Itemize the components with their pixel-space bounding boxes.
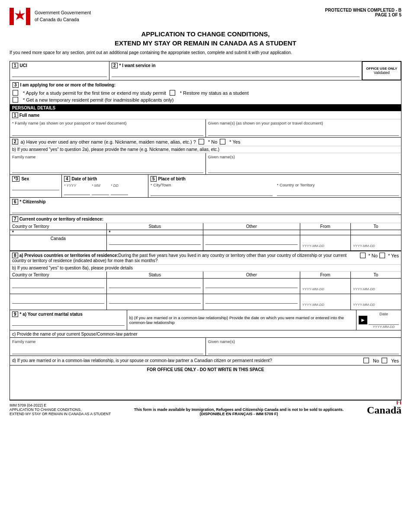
citizenship-row: 6 * Citizenship <box>10 198 401 215</box>
marital-status-section: 9 * a) Your current marital status b) (I… <box>10 310 401 400</box>
col-from-hdr: From <box>300 223 351 230</box>
prev-data-row-1: YYYY-MM-DD YYYY-MM-DD <box>10 279 401 294</box>
section3-num: 3 <box>13 82 19 88</box>
country-territory-input[interactable] <box>277 188 399 196</box>
form-container: 1 UCI 2 * I want service in OFFICE USE O… <box>10 61 401 401</box>
footer-subtitle1: APPLICATION TO CHANGE CONDITIONS, <box>10 407 111 412</box>
other-given-name-label: Given name(s) <box>208 154 399 159</box>
dob-mm-input[interactable] <box>92 188 109 195</box>
dob-yyyy-input[interactable] <box>64 188 90 195</box>
canada-flag-icon <box>10 8 30 25</box>
uci-input[interactable] <box>12 69 107 77</box>
prev-col-from: From <box>300 272 351 278</box>
prev-grid-header: Country or Territory Status Other From T… <box>10 272 401 279</box>
canada-other-input[interactable] <box>206 237 298 245</box>
prev-from-fmt-2: YYYY-MM-DD <box>302 303 348 307</box>
spouse-given-cell: Given name(s) <box>206 338 401 356</box>
citizenship-label: * Citizenship <box>20 199 46 204</box>
for-office-label: FOR OFFICE USE ONLY - DO NOT WRITE IN TH… <box>147 367 264 372</box>
col-from-label: From <box>320 224 330 229</box>
spouse-label-c: c) Provide the name of your current Spou… <box>12 332 138 337</box>
no-other-name-checkbox[interactable] <box>199 139 204 144</box>
protected-label: PROTECTED WHEN COMPLETED - B <box>325 8 401 13</box>
yes-other-name-checkbox[interactable] <box>220 139 225 144</box>
svg-rect-5 <box>400 401 401 404</box>
given-name-cell: Given name(s) (as shown on your passport… <box>206 119 401 137</box>
current-country-section: 7 Current country or territory of reside… <box>10 215 401 251</box>
service-input[interactable] <box>112 69 360 77</box>
canada-status-input[interactable] <box>109 237 201 245</box>
uci-row: 1 UCI 2 * I want service in OFFICE USE O… <box>10 61 401 80</box>
col-to-label: To <box>374 224 379 229</box>
canada-to-cell: YYYY-MM-DD <box>351 235 401 250</box>
prev-no-checkbox[interactable] <box>360 253 366 258</box>
title-line2: EXTEND MY STAY OR REMAIN IN CANADA AS A … <box>115 39 296 47</box>
form-id: IMM 5709 (04-2022) E <box>10 403 111 407</box>
cdn-no-checkbox[interactable] <box>363 358 369 363</box>
prev-no-label: * No <box>369 253 378 258</box>
prev-col-to: To <box>351 272 401 278</box>
marital-status-input[interactable] <box>12 318 125 326</box>
marriage-date-input[interactable] <box>369 317 399 325</box>
pob-label: Place of birth <box>158 176 186 181</box>
option2-checkbox[interactable] <box>170 90 175 96</box>
spouse-family-input[interactable] <box>12 345 203 354</box>
footer-main: This form is made available by Immigrati… <box>111 407 367 412</box>
marriage-date-label: b) (If you are married or in a common-la… <box>129 315 354 325</box>
citizenship-input[interactable] <box>12 205 399 213</box>
canada-country-cell: Canada <box>10 235 107 250</box>
cdn-yes-checkbox[interactable] <box>382 358 387 363</box>
section7-num: 7 <box>12 216 18 222</box>
fullname-section: 1 Full name * Family name (as shown on y… <box>10 111 401 138</box>
gov-en: Government <box>35 10 60 15</box>
spouse-given-input[interactable] <box>208 345 399 354</box>
applying-row: 3 I am applying for one or more of the f… <box>10 80 401 105</box>
col-status-label: Status <box>149 224 161 229</box>
citizenship-cell: 6 * Citizenship <box>10 198 401 215</box>
prev-yes-checkbox[interactable] <box>379 253 385 258</box>
option1-label: * Apply for a study permit for the first… <box>23 90 166 96</box>
service-num: 2 <box>112 63 118 68</box>
sex-input[interactable] <box>12 183 59 190</box>
given-name-label: Given name(s) (as shown on your passport… <box>208 121 399 125</box>
section3-label: I am applying for one or more of the fol… <box>20 83 116 87</box>
footer-french: (DISPONIBLE EN FRANÇAIS - IMM 5709 F) <box>111 412 367 416</box>
service-label: * I want service in <box>119 63 156 68</box>
city-town-input[interactable] <box>151 188 273 196</box>
dob-cell: 4 Date of birth * YYYY * MM * DD <box>62 175 148 197</box>
dob-dd-input[interactable] <box>111 188 128 195</box>
section9-num: 9 <box>12 311 18 317</box>
canada-status-cell[interactable] <box>107 235 204 250</box>
given-name-input[interactable] <box>208 126 399 136</box>
col-other-hdr: Other <box>203 223 300 230</box>
prev-col-other: Other <box>203 272 300 278</box>
form-title: APPLICATION TO CHANGE CONDITIONS, EXTEND… <box>10 29 401 48</box>
sex-num: *3 <box>12 176 19 182</box>
section8-label-b: b) If you answered "yes" to question 8a)… <box>12 266 133 270</box>
prev-data-row-2: YYYY-MM-DD YYYY-MM-DD <box>10 294 401 310</box>
other-given-name-input[interactable] <box>208 160 399 173</box>
option3-checkbox[interactable] <box>13 97 18 103</box>
date-label: Date <box>369 311 399 316</box>
pob-cell: 5 Place of birth * City/Town * Country o… <box>148 175 401 197</box>
canada-logo: Canad ä <box>367 404 401 416</box>
option1-checkbox[interactable] <box>13 90 18 96</box>
pd-section1-num: 1 <box>12 112 18 118</box>
svg-rect-1 <box>26 8 30 25</box>
sex-label: Sex <box>21 176 29 181</box>
family-name-input[interactable] <box>12 126 203 136</box>
svg-rect-4 <box>397 401 398 404</box>
previous-countries-section: 8 a) Previous countries or territories o… <box>10 251 401 310</box>
canadian-citizen-row: d) If you are married or in a common-law… <box>10 356 401 365</box>
canada-wordmark: Canad <box>367 404 396 416</box>
option2-label: * Restore my status as a student <box>180 90 249 96</box>
uci-cell: 1 UCI <box>10 61 109 80</box>
canada-label: Canada <box>51 236 66 241</box>
other-family-name-input[interactable] <box>12 160 203 173</box>
page-number: PAGE 1 OF 5 <box>325 13 401 17</box>
pd-section2-label-b: b) If you answered "yes" to question 2a)… <box>12 147 219 152</box>
section8-num: 8 <box>12 253 18 258</box>
for-office-only: FOR OFFICE USE ONLY - DO NOT WRITE IN TH… <box>10 365 401 400</box>
footer-left: IMM 5709 (04-2022) E APPLICATION TO CHAN… <box>10 403 111 416</box>
sex-cell: *3 Sex <box>10 175 62 197</box>
